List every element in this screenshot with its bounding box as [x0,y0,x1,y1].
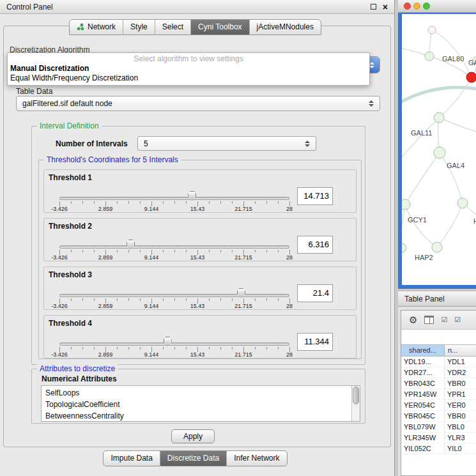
algorithm-dropdown-popup: Select algorithm to view settings Manual… [7,52,370,86]
network-edge[interactable] [402,118,439,161]
tab-label: Impute Data [111,454,152,463]
chevron-updown-icon [305,141,310,147]
cell-name: YDL1 [445,357,476,367]
table-row[interactable]: YBR043CYBR0 [401,378,476,389]
table-row[interactable]: YBL079WYBL0 [401,422,476,433]
cell-shared-name: YIL052C [401,443,445,454]
cell-shared-name: YER054C [401,400,445,410]
bottom-tab-bar: Impute DataDiscretize DataInfer Network [0,450,390,466]
selected-network-node[interactable] [466,72,476,82]
tab-impute-data[interactable]: Impute Data [104,451,159,466]
network-node[interactable] [425,52,434,61]
close-traffic-light-icon[interactable] [404,3,411,10]
threshold-value-field[interactable]: 6.316 [297,236,333,254]
network-node[interactable] [457,198,468,208]
network-edge[interactable] [405,153,440,204]
algorithm-popup-options: Manual DiscretizationEqual Width/Frequen… [8,64,369,83]
gear-icon[interactable]: ⚙ [409,315,417,325]
threshold-panel-threshold-1: Threshold 1-3.4262.8599.14415.4321.71528… [43,169,357,213]
network-canvas-frame: GAL80GAGAL11GAL4GCY1HHAP2 [398,13,476,289]
network-edge[interactable] [402,88,476,104]
slider-scale-labels: -3.4262.8599.14415.4321.71528 [44,206,356,213]
table-row[interactable]: YPR145WYPR1 [401,389,476,400]
threshold-label: Threshold 2 [49,222,92,231]
algorithm-option-manual-discretization[interactable]: Manual Discretization [8,64,369,73]
table-row[interactable]: YBR045CYBR0 [401,411,476,422]
tab-style[interactable]: Style [123,20,155,35]
cell-name: YIL0 [445,443,476,454]
attribute-list-item[interactable]: SelfLoops [45,387,360,399]
scrollbar-thumb[interactable] [353,387,359,404]
algorithm-placeholder: Select algorithm to view settings [8,54,369,64]
tab-jactivemnodules[interactable]: jActiveMNodules [249,20,321,35]
table-row[interactable]: YLR345WYLR3 [401,433,476,443]
tab-cyni-toolbox[interactable]: Cyni Toolbox [190,20,249,35]
slider-track[interactable] [59,245,289,249]
table-blank-strip [401,330,476,344]
column-header-shared-name[interactable]: shared... [401,345,445,356]
tab-discretize-data[interactable]: Discretize Data [160,451,226,466]
network-edge[interactable] [439,77,472,118]
network-node[interactable] [428,26,436,34]
slider-track[interactable] [59,294,289,297]
table-row[interactable]: YDR27...YDR2 [401,367,476,378]
threshold-panel-threshold-4: Threshold 4-3.4262.8599.14415.4321.71528… [43,315,357,358]
threshold-value-field[interactable]: 21.4 [297,284,333,302]
tab-select[interactable]: Select [155,20,190,35]
table-panel-title: Table Panel [404,295,445,303]
apply-button[interactable]: Apply [171,429,215,443]
slider-track[interactable] [59,342,289,346]
cell-shared-name: YBR043C [401,378,445,388]
table-rows: YDL19...YDL1YDR27...YDR2YBR043CYBR0YPR14… [401,357,476,454]
thresholds-group: Threshold's Coordinates for 5 Intervals … [38,160,362,359]
attribute-list-item[interactable]: TopologicalCoefficient [45,399,360,410]
network-edge[interactable] [432,30,472,77]
table-data-label: Table Data [16,87,52,96]
threshold-value-field[interactable]: 14.713 [297,187,333,205]
table-row[interactable]: YDL19...YDL1 [401,357,476,367]
table-data-combobox[interactable]: galFiltered.sif default node [16,96,380,111]
network-edge[interactable] [439,118,476,133]
node-label: GCY1 [408,216,427,224]
slider-track[interactable] [59,197,289,200]
control-panel-window: Control Panel × NetworkStyleSelectCyni T… [0,0,395,476]
attribute-list-item[interactable]: BetweennessCentrality [45,410,360,422]
attributes-scrollbar[interactable] [351,386,360,421]
network-node[interactable] [402,199,410,210]
network-node[interactable] [434,147,445,158]
network-edge[interactable] [405,204,437,247]
network-node[interactable] [432,242,442,252]
control-panel-body: Discretization Algorithm Select algorith… [3,26,391,447]
network-graph[interactable]: GAL80GAGAL11GAL4GCY1HHAP2 [402,14,476,285]
top-tabs-strip: NetworkStyleSelectCyni ToolboxjActiveMNo… [69,19,321,35]
num-intervals-combobox[interactable]: 5 [137,136,316,151]
cell-name: YER0 [445,400,476,410]
columns-icon[interactable] [424,316,434,324]
zoom-traffic-light-icon[interactable] [423,3,430,10]
network-edge[interactable] [437,203,463,247]
select-all-checkbox-icon[interactable]: ☑ [441,316,447,323]
column-header-name[interactable]: n... [445,345,476,356]
tab-network[interactable]: Network [70,20,123,35]
minimize-traffic-light-icon[interactable] [413,3,420,10]
attributes-group-title: Attributes to discretize [37,364,118,373]
close-icon[interactable]: × [383,3,388,12]
network-canvas[interactable]: GAL80GAGAL11GAL4GCY1HHAP2 [402,14,476,285]
tab-infer-network[interactable]: Infer Network [226,451,286,466]
table-row[interactable]: YIL052CYIL0 [401,443,476,454]
table-row[interactable]: YER054CYER0 [401,400,476,411]
network-node[interactable] [402,243,406,252]
threshold-value-field[interactable]: 11.344 [297,333,333,351]
node-label: HAP2 [415,254,433,261]
float-window-icon[interactable] [371,4,376,10]
network-node[interactable] [434,112,444,123]
network-window: GAL80GAGAL11GAL4GCY1HHAP2 [398,0,476,289]
network-edge[interactable] [440,153,463,203]
selection-mode-checkbox-icon[interactable]: ☑ [454,316,461,323]
algorithm-option-equal-width-frequency-discretization[interactable]: Equal Width/Frequency Discretization [8,73,369,83]
node-label: GA [468,59,476,66]
num-intervals-value: 5 [144,139,148,148]
slider-scale-labels: -3.4262.8599.14415.4321.71528 [44,303,356,310]
attributes-list[interactable]: SelfLoopsTopologicalCoefficientBetweenne… [41,385,360,422]
cell-shared-name: YDR27... [401,367,445,378]
